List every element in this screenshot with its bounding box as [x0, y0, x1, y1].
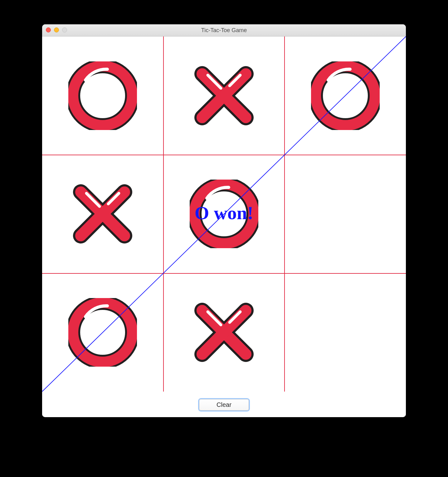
svg-point-1: [73, 66, 132, 125]
cell-2-1[interactable]: [163, 273, 285, 392]
cell-0-2[interactable]: [285, 36, 406, 155]
titlebar: Tic-Tac-Toe Game: [42, 24, 406, 36]
clear-button[interactable]: Clear: [199, 399, 249, 411]
cell-2-0[interactable]: [42, 273, 163, 392]
cell-1-2[interactable]: [285, 155, 406, 273]
svg-point-19: [73, 303, 132, 362]
piece-o-icon: [190, 180, 258, 248]
cell-1-0[interactable]: [42, 155, 163, 273]
game-board: O won!: [42, 36, 406, 392]
zoom-icon[interactable]: [62, 27, 67, 32]
cell-1-1[interactable]: [163, 155, 285, 273]
app-window: Tic-Tac-Toe Game: [42, 24, 406, 417]
piece-o-icon: [311, 61, 380, 130]
cell-0-0[interactable]: [42, 36, 163, 155]
cell-2-2[interactable]: [285, 273, 406, 392]
cell-0-1[interactable]: [163, 36, 285, 155]
piece-o-icon: [68, 298, 137, 367]
minimize-icon[interactable]: [54, 27, 59, 32]
bottom-bar: Clear: [42, 392, 406, 417]
piece-x-icon: [68, 180, 137, 248]
svg-point-9: [316, 66, 375, 125]
window-controls: [46, 27, 67, 32]
piece-x-icon: [190, 298, 258, 367]
piece-o-icon: [68, 61, 137, 130]
close-icon[interactable]: [46, 27, 51, 32]
svg-point-17: [194, 184, 254, 243]
window-title: Tic-Tac-Toe Game: [201, 27, 247, 34]
client-area: O won! Clear: [42, 36, 406, 417]
piece-x-icon: [190, 61, 258, 130]
